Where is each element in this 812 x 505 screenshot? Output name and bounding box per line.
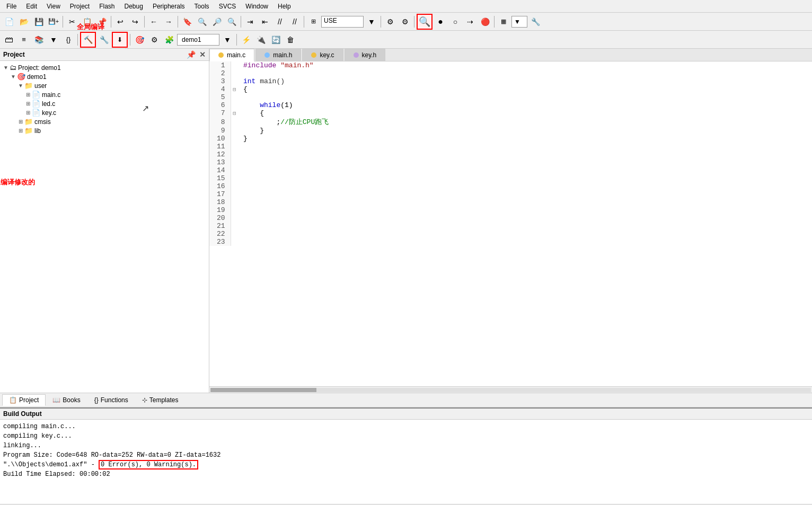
outdent-button[interactable]: ⇤ [258,15,272,29]
code-line-3: 3 int main() [209,77,812,85]
tab-mainh[interactable]: main.h [255,49,301,61]
menu-file[interactable]: File [2,2,21,11]
uncomment-button[interactable]: // [288,15,302,29]
menu-debug[interactable]: Debug [120,2,147,11]
books-button[interactable]: 📚 [32,33,46,47]
line-content-9[interactable]: } [238,127,812,135]
back-button[interactable]: ← [147,15,161,29]
menu-project[interactable]: Project [66,2,94,11]
dropdown2-button[interactable]: ▼ [47,33,60,47]
functions-button[interactable]: {} [61,33,75,47]
expand-button[interactable]: ⊞ [306,15,320,29]
tree-item-lib[interactable]: ⊞ 📁 lib [0,126,209,135]
undo-button[interactable]: ↩ [113,15,127,29]
bottom-tab-templates[interactable]: ⊹ Templates [135,394,186,406]
step-into-button[interactable]: ⇢ [463,15,477,29]
bottom-tab-functions[interactable]: {} Functions [87,394,135,406]
forward-button[interactable]: → [162,15,175,29]
line-content-1[interactable]: #include "main.h" [238,61,812,69]
find2-button[interactable]: 🔎 [210,15,224,29]
bookmark-button[interactable]: 🔖 [180,15,194,29]
view-dropdown[interactable]: ▼ [511,16,527,28]
view-button[interactable]: ▦ [497,15,510,29]
build-all-button[interactable]: 🔨 [80,32,96,48]
tree-item-mainc[interactable]: ⊞ 📄 main.c [0,90,209,99]
menu-bar: File Edit View Project Flash Debug Perip… [0,0,812,13]
device1-button[interactable]: ⚙ [383,15,397,29]
save-all-button[interactable]: 💾+ [47,15,60,29]
bottom-tab-project[interactable]: 📋 Project [2,394,46,406]
scrollbar-thumb[interactable] [210,388,316,392]
build-modified-annotation: 只编译修改的 [0,178,35,187]
menu-window[interactable]: Window [241,2,272,11]
tree-item-user[interactable]: ▼ 📁 user [0,81,209,90]
tree-item-cmsis[interactable]: ⊞ 📁 cmsis [0,117,209,126]
target-connect-button[interactable]: 🔌 [254,33,268,47]
erase-button[interactable]: 🗑 [284,33,297,47]
folder-lib-icon: 📁 [24,127,33,135]
registers-button[interactable]: ≡ [17,33,31,47]
fold-4[interactable]: ⊟ [231,85,238,93]
device2-button[interactable]: ⚙ [398,15,412,29]
menu-peripherals[interactable]: Peripherals [148,2,189,11]
tab-keyh[interactable]: key.h [345,49,386,61]
flash-download-button[interactable]: ⚡ [239,33,253,47]
line-content-4[interactable]: { [238,85,812,93]
open-file-button[interactable]: 📂 [17,15,31,29]
indent-button[interactable]: ⇥ [243,15,257,29]
menu-flash[interactable]: Flash [95,2,119,11]
menu-edit[interactable]: Edit [22,2,41,11]
stop-button[interactable]: ○ [448,15,462,29]
fold-2 [231,69,238,77]
debug2-button[interactable]: 🎯 [133,33,146,47]
redo-button[interactable]: ↪ [128,15,142,29]
tree-item-demo1[interactable]: ▼ 🎯 demo1 [0,72,209,81]
project-name-box[interactable]: demo1 [177,34,219,46]
menu-tools[interactable]: Tools [190,2,214,11]
line-content-7[interactable]: { [238,109,812,117]
run-button[interactable]: ● [434,15,447,29]
tree-item-ledc[interactable]: ⊞ 📄 led.c [0,99,209,108]
tree-item-keyc[interactable]: ⊞ 📄 key.c [0,108,209,117]
debug-start-button[interactable]: 🔍 [417,14,433,30]
tab-mainc[interactable]: main.c [209,49,254,61]
line-content-2[interactable] [238,69,812,77]
comment-button[interactable]: // [273,15,287,29]
editor-scrollbar[interactable] [209,386,812,393]
line-content-6[interactable]: while(1) [238,101,812,109]
step-over-button[interactable]: 🔴 [478,15,492,29]
sep9 [494,16,495,28]
menu-help[interactable]: Help [273,2,295,11]
settings-button[interactable]: 🔧 [528,15,542,29]
tree-item-project[interactable]: ▼ 🗂 Project: demo1 [0,63,209,72]
code-editor[interactable]: 1 #include "main.h" 2 3 int main() [209,61,812,386]
target-dropdown-btn[interactable]: ▼ [365,15,378,29]
target-options-button[interactable]: ⚙ [147,33,161,47]
build-modified-button[interactable]: 🔧 [97,33,111,47]
download-button[interactable]: ⬇ [112,32,128,48]
line-num-1: 1 [209,61,231,69]
refresh-button[interactable]: 🔄 [269,33,283,47]
menu-svcs[interactable]: SVCS [215,2,241,11]
bottom-tab-books[interactable]: 📖 Books [46,394,87,406]
tab-keyc[interactable]: key.c [302,49,343,61]
find3-button[interactable]: 🔍 [225,15,239,29]
code-line-13: 13 [209,158,812,166]
target-textbox[interactable]: USE [321,16,364,28]
line-content-8[interactable]: ;//防止CPU跑飞 [238,117,812,127]
line-content-5[interactable] [238,93,812,101]
new-file-button[interactable]: 📄 [2,15,16,29]
pin-icon[interactable]: 📌 [187,50,196,59]
code-line-8: 8 ;//防止CPU跑飞 [209,117,812,127]
fold-7[interactable]: ⊟ [231,109,238,117]
components-button[interactable]: 🧩 [162,33,176,47]
line-content-10[interactable]: } [238,135,812,143]
find-button[interactable]: 🔍 [195,15,209,29]
line-content-3[interactable]: int main() [238,77,812,85]
project-window-button[interactable]: 🗃 [2,33,16,47]
menu-view[interactable]: View [42,2,65,11]
close-panel-icon[interactable]: ✕ [199,50,206,59]
save-button[interactable]: 💾 [32,15,46,29]
project-dropdown-btn[interactable]: ▼ [220,33,234,47]
functions-tab-label: Functions [101,396,128,404]
